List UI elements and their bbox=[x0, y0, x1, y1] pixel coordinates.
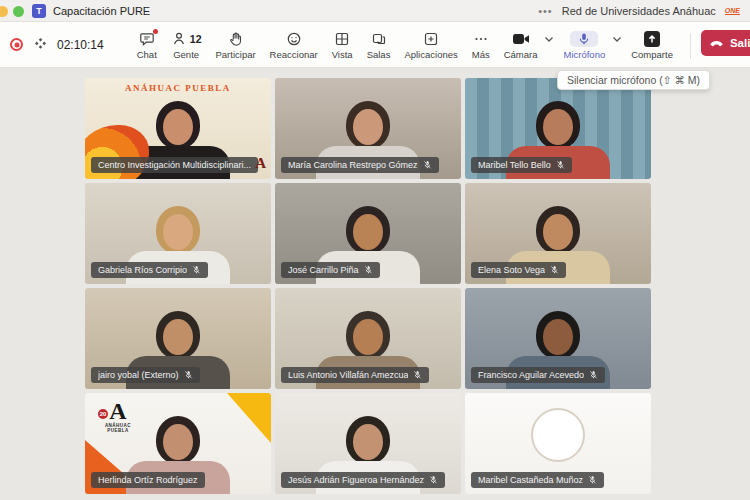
camera-chevron-icon[interactable] bbox=[544, 36, 554, 43]
participant-tile[interactable]: Elena Soto Vega bbox=[465, 183, 651, 284]
participant-name-label: Francisco Aguilar Acevedo bbox=[471, 367, 605, 383]
react-button[interactable]: Reaccionar bbox=[263, 27, 325, 62]
people-icon bbox=[171, 31, 187, 47]
participant-tile[interactable]: Maribel Castañeda Muñoz bbox=[465, 393, 651, 494]
participant-name: María Carolina Restrepo Gómez bbox=[288, 160, 418, 170]
recording-indicator-icon bbox=[10, 38, 23, 51]
participant-tile[interactable]: Gabriela Ríos Corripio bbox=[85, 183, 271, 284]
people-button[interactable]: 12 Gente bbox=[164, 27, 209, 62]
participant-tile[interactable]: Maribel Tello Bello bbox=[465, 78, 651, 179]
share-screen-icon bbox=[644, 31, 660, 47]
meeting-toolbar: 02:10:14 Chat 12 Gente Participar Reacci… bbox=[0, 22, 750, 68]
muted-mic-icon bbox=[364, 265, 373, 275]
camera-button[interactable]: Cámara bbox=[497, 27, 545, 62]
more-dots-icon bbox=[473, 31, 489, 47]
video-grid: ANÁHUAC PUEBLAACentro Investigación Mult… bbox=[85, 78, 651, 494]
microphone-label: Micrófono bbox=[563, 49, 605, 60]
apps-button[interactable]: Aplicaciones bbox=[397, 27, 464, 62]
muted-mic-icon bbox=[413, 370, 422, 380]
participant-tile[interactable]: Francisco Aguilar Acevedo bbox=[465, 288, 651, 389]
participant-name: Gabriela Ríos Corripio bbox=[98, 265, 187, 275]
toolbar-divider bbox=[690, 33, 691, 59]
muted-mic-icon bbox=[184, 370, 193, 380]
participant-name-label: Maribel Tello Bello bbox=[471, 157, 572, 173]
participant-tile[interactable]: Jesús Adrián Figueroa Hernández bbox=[275, 393, 461, 494]
muted-mic-icon bbox=[550, 265, 559, 275]
titlebar: T Capacitación PURE ••• Red de Universid… bbox=[0, 0, 750, 22]
participant-name: Maribel Castañeda Muñoz bbox=[478, 475, 583, 485]
participant-name: Francisco Aguilar Acevedo bbox=[478, 370, 584, 380]
meeting-stage: ANÁHUAC PUEBLAACentro Investigación Mult… bbox=[0, 68, 750, 499]
window-title: Capacitación PURE bbox=[53, 5, 150, 17]
participant-name: Jesús Adrián Figueroa Hernández bbox=[288, 475, 424, 485]
chat-label: Chat bbox=[137, 49, 157, 60]
hang-up-icon bbox=[709, 37, 724, 49]
participant-tile[interactable]: José Carrillo Piña bbox=[275, 183, 461, 284]
participant-tile[interactable]: Luis Antonio Villafán Amezcua bbox=[275, 288, 461, 389]
share-label: Comparte bbox=[631, 49, 673, 60]
more-button[interactable]: Más bbox=[465, 27, 497, 62]
muted-mic-icon bbox=[192, 265, 201, 275]
apps-label: Aplicaciones bbox=[404, 49, 457, 60]
chat-icon bbox=[139, 31, 155, 47]
org-name: Red de Universidades Anáhuac bbox=[562, 5, 716, 17]
org-logo: ONE bbox=[725, 7, 740, 15]
microphone-chevron-icon[interactable] bbox=[612, 36, 622, 43]
leave-label: Salir bbox=[730, 37, 750, 49]
people-count: 12 bbox=[190, 33, 202, 45]
participant-name: Luis Antonio Villafán Amezcua bbox=[288, 370, 408, 380]
participant-name: Maribel Tello Bello bbox=[478, 160, 551, 170]
participant-tile[interactable]: María Carolina Restrepo Gómez bbox=[275, 78, 461, 179]
muted-mic-icon bbox=[588, 475, 597, 485]
muted-mic-icon bbox=[429, 475, 438, 485]
camera-icon bbox=[512, 32, 530, 46]
breakout-rooms-icon bbox=[371, 31, 387, 47]
participant-name-label: José Carrillo Piña bbox=[281, 262, 380, 278]
smiley-icon bbox=[286, 31, 302, 47]
leave-button[interactable]: Salir bbox=[701, 30, 750, 56]
raise-hand-button[interactable]: Participar bbox=[208, 27, 262, 62]
participant-name: Centro Investigación Multidisciplinari..… bbox=[98, 160, 251, 170]
muted-mic-icon bbox=[556, 160, 565, 170]
teams-meeting-window: T Capacitación PURE ••• Red de Universid… bbox=[0, 0, 750, 500]
fullscreen-button[interactable] bbox=[13, 6, 24, 17]
rooms-label: Salas bbox=[367, 49, 391, 60]
participant-name: jairo yobal (Externo) bbox=[98, 370, 179, 380]
people-label: Gente bbox=[173, 49, 199, 60]
view-label: Vista bbox=[332, 49, 353, 60]
view-button[interactable]: Vista bbox=[325, 27, 360, 62]
participant-name-label: María Carolina Restrepo Gómez bbox=[281, 157, 439, 173]
raised-hand-icon bbox=[228, 31, 244, 47]
chat-notification-badge bbox=[153, 29, 158, 34]
apps-plus-icon bbox=[423, 31, 439, 47]
anahuac-logo: A bbox=[255, 155, 266, 172]
participant-tile[interactable]: jairo yobal (Externo) bbox=[85, 288, 271, 389]
circle-logo-graphic bbox=[531, 408, 585, 462]
toolbar-av-controls: Cámara Micrófono Comparte Salir bbox=[497, 27, 750, 62]
microphone-icon bbox=[577, 32, 591, 47]
grid-view-icon bbox=[334, 31, 350, 47]
more-label: Más bbox=[472, 49, 490, 60]
participant-name-label: Luis Antonio Villafán Amezcua bbox=[281, 367, 429, 383]
share-button[interactable]: Comparte bbox=[624, 27, 680, 62]
sparkle-icon[interactable] bbox=[33, 37, 48, 52]
react-label: Reaccionar bbox=[270, 49, 318, 60]
participant-name: Elena Soto Vega bbox=[478, 265, 545, 275]
minimize-button[interactable] bbox=[0, 6, 8, 17]
participant-name-label: Elena Soto Vega bbox=[471, 262, 566, 278]
participant-name-label: jairo yobal (Externo) bbox=[91, 367, 200, 383]
participant-name-label: Gabriela Ríos Corripio bbox=[91, 262, 208, 278]
participant-name-label: Centro Investigación Multidisciplinari..… bbox=[91, 157, 258, 173]
mute-tooltip: Silenciar micrófono (⇧ ⌘ M) bbox=[557, 70, 710, 90]
participant-tile[interactable]: A20ANÁHUAC PUEBLAHerlinda Ortíz Rodrígue… bbox=[85, 393, 271, 494]
muted-mic-icon bbox=[589, 370, 598, 380]
participant-name-label: Maribel Castañeda Muñoz bbox=[471, 472, 604, 488]
teams-icon: T bbox=[32, 4, 46, 18]
microphone-button[interactable]: Micrófono bbox=[556, 27, 612, 62]
participant-name: José Carrillo Piña bbox=[288, 265, 359, 275]
titlebar-overflow-menu[interactable]: ••• bbox=[538, 5, 553, 17]
participant-name-label: Jesús Adrián Figueroa Hernández bbox=[281, 472, 445, 488]
chat-button[interactable]: Chat bbox=[130, 27, 164, 62]
rooms-button[interactable]: Salas bbox=[360, 27, 398, 62]
participant-tile[interactable]: ANÁHUAC PUEBLAACentro Investigación Mult… bbox=[85, 78, 271, 179]
